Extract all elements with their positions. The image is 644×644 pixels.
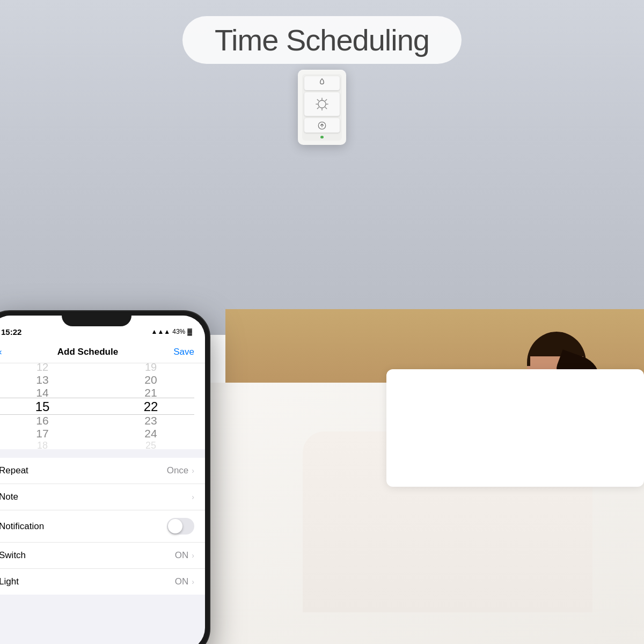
save-button[interactable]: Save — [173, 347, 194, 357]
svg-point-0 — [318, 100, 326, 108]
light-row[interactable]: Light ON › — [0, 569, 205, 595]
note-value-group: › — [192, 493, 194, 501]
title-badge: Time Scheduling — [182, 16, 462, 64]
minute-19: 19 — [97, 363, 205, 374]
switch-main-button — [304, 92, 340, 116]
nav-title: Add Schedule — [57, 347, 118, 357]
hour-17: 17 — [0, 427, 97, 440]
hour-13: 13 — [0, 374, 97, 386]
status-icons: ▲▲▲ 43% ▓ — [151, 328, 192, 335]
wifi-icon: ▲▲▲ — [151, 328, 171, 335]
switch-top-button — [304, 76, 340, 90]
note-row[interactable]: Note › — [0, 484, 205, 510]
minute-21: 21 — [97, 386, 205, 399]
minute-22-selected: 22 — [97, 399, 205, 414]
light-value-group: ON › — [175, 576, 194, 587]
toggle-knob — [168, 519, 182, 533]
pillow — [386, 369, 644, 486]
notification-label: Notification — [0, 521, 44, 532]
svg-line-8 — [325, 99, 327, 101]
svg-line-7 — [317, 107, 319, 109]
repeat-value-group: Once › — [167, 465, 194, 476]
svg-line-4 — [325, 107, 327, 109]
switch-value-group: ON › — [175, 550, 194, 561]
repeat-value: Once — [167, 465, 189, 476]
time-picker[interactable]: 12 13 14 15 16 17 18 19 20 21 22 23 24 2… — [0, 363, 205, 449]
settings-section: Repeat Once › Note › Notification — [0, 458, 205, 595]
minute-25: 25 — [97, 440, 205, 449]
hour-picker-column[interactable]: 12 13 14 15 16 17 18 — [0, 363, 97, 449]
note-chevron-icon: › — [192, 493, 194, 501]
minute-20: 20 — [97, 374, 205, 386]
switch-row[interactable]: Switch ON › — [0, 543, 205, 569]
light-chevron-icon: › — [192, 577, 194, 586]
status-time: 15:22 — [1, 327, 21, 336]
hour-16: 16 — [0, 414, 97, 427]
notification-toggle[interactable] — [167, 518, 194, 535]
switch-chevron-icon: › — [192, 551, 194, 560]
switch-label: Switch — [0, 550, 26, 561]
repeat-label: Repeat — [0, 465, 28, 476]
back-button[interactable]: ‹ — [0, 347, 2, 357]
smart-switch-device — [298, 70, 346, 145]
smartphone: 15:22 ▲▲▲ 43% ▓ ‹ Add Schedule Save 12 1… — [0, 311, 209, 644]
light-value: ON — [175, 576, 189, 587]
notification-row[interactable]: Notification — [0, 510, 205, 543]
switch-value: ON — [175, 550, 189, 561]
minute-23: 23 — [97, 414, 205, 427]
repeat-chevron-icon: › — [192, 466, 194, 475]
switch-led-indicator — [320, 136, 324, 138]
nav-bar: ‹ Add Schedule Save — [0, 341, 205, 363]
hour-12: 12 — [0, 363, 97, 374]
hour-14: 14 — [0, 386, 97, 399]
svg-line-3 — [317, 99, 319, 101]
switch-bottom-button — [304, 118, 340, 132]
minute-24: 24 — [97, 427, 205, 440]
hour-15-selected: 15 — [0, 399, 97, 414]
note-label: Note — [0, 492, 18, 502]
battery-icon: ▓ — [187, 328, 192, 335]
minute-picker-column[interactable]: 19 20 21 22 23 24 25 — [97, 363, 205, 449]
phone-screen: 15:22 ▲▲▲ 43% ▓ ‹ Add Schedule Save 12 1… — [0, 316, 205, 644]
battery-percent: 43% — [172, 328, 185, 335]
page-title: Time Scheduling — [215, 23, 429, 57]
repeat-row[interactable]: Repeat Once › — [0, 458, 205, 484]
light-label: Light — [0, 576, 19, 587]
phone-notch — [62, 311, 131, 326]
hour-18: 18 — [0, 440, 97, 449]
